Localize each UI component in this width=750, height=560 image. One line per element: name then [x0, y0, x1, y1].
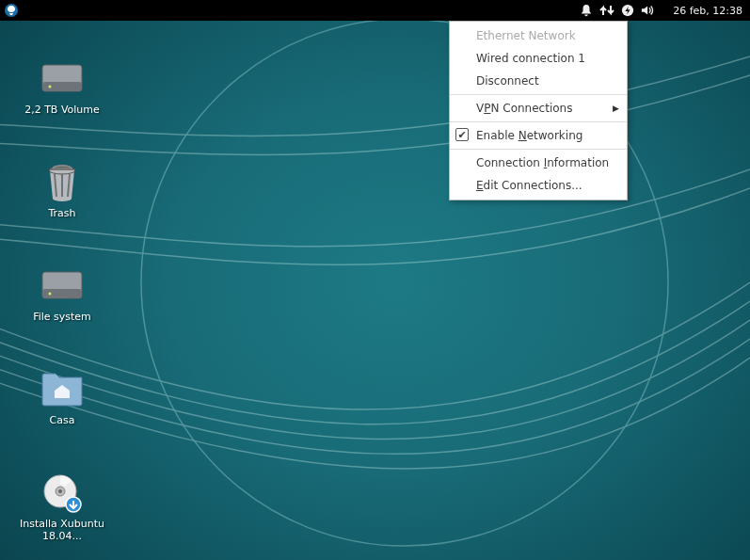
svg-point-6 — [49, 86, 52, 88]
desktop-icon-filesystem[interactable]: File system — [15, 265, 109, 323]
menu-header-ethernet: Ethernet Network — [450, 24, 627, 47]
checkbox-checked-icon: ✔ — [455, 128, 469, 141]
desktop-icon-label: File system — [33, 311, 91, 323]
disc-installer-icon — [40, 472, 85, 514]
desktop-icon-label: Casa — [50, 414, 75, 426]
harddrive-icon — [40, 58, 85, 100]
menu-item-disconnect[interactable]: Disconnect — [450, 70, 627, 92]
menu-item-vpn-connections[interactable]: VPN Connections ▶ — [450, 97, 627, 120]
menu-separator — [450, 121, 627, 122]
network-menu: Ethernet Network Wired connection 1 Disc… — [449, 21, 628, 200]
desktop-icon-installer[interactable]: Installa Xubuntu 18.04... — [15, 472, 109, 542]
network-icon[interactable] — [599, 3, 614, 18]
whisker-menu-button[interactable] — [4, 3, 19, 18]
home-folder-icon — [40, 369, 85, 410]
svg-point-14 — [58, 489, 62, 493]
desktop-icon-label: 2,2 TB Volume — [24, 104, 100, 116]
svg-rect-5 — [42, 82, 82, 91]
top-panel: 26 feb, 12:38 — [0, 0, 750, 21]
menu-item-wired-connection[interactable]: Wired connection 1 — [450, 47, 627, 70]
menu-separator — [450, 94, 627, 95]
clock[interactable]: 26 feb, 12:38 — [673, 5, 742, 17]
desktop-icon-home[interactable]: Casa — [15, 369, 109, 426]
desktop-icon-volume[interactable]: 2,2 TB Volume — [15, 58, 109, 116]
svg-rect-10 — [42, 289, 82, 298]
menu-item-connection-information[interactable]: Connection Information — [450, 152, 627, 174]
desktop-icon-label: Installa Xubuntu 18.04... — [15, 518, 109, 542]
menu-item-edit-connections[interactable]: Edit Connections... — [450, 174, 627, 197]
notifications-icon[interactable] — [579, 3, 594, 18]
harddrive-icon — [40, 265, 85, 307]
trash-icon — [40, 162, 85, 203]
power-manager-icon[interactable] — [620, 3, 635, 18]
svg-point-11 — [49, 293, 52, 296]
submenu-arrow-icon: ▶ — [613, 104, 619, 113]
volume-icon[interactable] — [641, 3, 656, 18]
menu-item-enable-networking[interactable]: ✔ Enable Networking — [450, 124, 627, 147]
desktop[interactable]: 2,2 TB Volume Trash File system Casa Ins… — [0, 21, 750, 560]
menu-separator — [450, 149, 627, 150]
desktop-icon-label: Trash — [48, 207, 75, 219]
desktop-icon-trash[interactable]: Trash — [15, 162, 109, 219]
